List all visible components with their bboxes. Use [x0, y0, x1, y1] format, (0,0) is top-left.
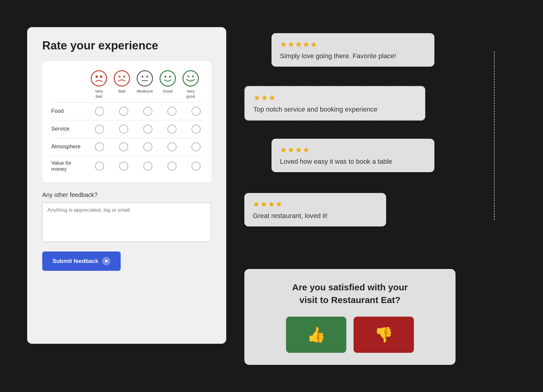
feedback-textarea[interactable] — [42, 203, 211, 242]
radio-atmosphere-5[interactable] — [192, 142, 201, 151]
radio-group-food — [87, 107, 208, 116]
radio-group-atmosphere — [87, 142, 208, 151]
review-stars-3: ★★★★ — [280, 145, 426, 155]
emoji-col-very-good: Verygood — [179, 70, 202, 99]
svg-point-9 — [146, 76, 148, 77]
satisfaction-title: Are you satisfied with yourvisit to Rest… — [259, 281, 440, 306]
rating-rows: Food Service — [51, 102, 202, 176]
review-text-1: Simply love going there. Favorite place! — [280, 52, 426, 60]
emoji-label-very-bad: Verybad — [95, 89, 103, 99]
rate-form: Rate your experience — [27, 27, 226, 344]
review-stars-2: ★★★ — [253, 93, 416, 103]
emoji-mediocre[interactable] — [137, 70, 153, 87]
feedback-section: Any other feedback? — [42, 191, 211, 243]
radio-food-5[interactable] — [192, 107, 201, 116]
radio-group-service — [87, 125, 208, 134]
emoji-col-very-bad: Verybad — [87, 70, 110, 99]
svg-point-11 — [164, 76, 166, 77]
emoji-very-good[interactable] — [183, 70, 199, 87]
thumbs-up-icon: 👍 — [307, 326, 325, 343]
radio-service-2[interactable] — [119, 125, 128, 134]
svg-point-6 — [119, 76, 120, 77]
review-stars-1: ★★★★★ — [280, 40, 426, 49]
dashed-line — [494, 51, 495, 220]
radio-food-4[interactable] — [167, 107, 176, 116]
thumbs-down-icon: 👎 — [374, 326, 393, 343]
radio-atmosphere-2[interactable] — [119, 142, 128, 151]
feedback-label: Any other feedback? — [42, 191, 211, 198]
submit-button[interactable]: Submit feedback ➤ — [42, 251, 121, 271]
submit-arrow-icon: ➤ — [102, 257, 110, 265]
radio-value-5[interactable] — [192, 162, 201, 171]
row-label-service: Service — [51, 126, 87, 132]
radio-service-3[interactable] — [143, 125, 152, 134]
svg-point-14 — [192, 75, 194, 77]
emoji-header: Verybad Bad — [87, 70, 202, 99]
emoji-very-bad[interactable] — [91, 70, 107, 87]
svg-point-8 — [141, 76, 143, 77]
radio-atmosphere-4[interactable] — [167, 142, 176, 151]
radio-service-5[interactable] — [192, 125, 201, 134]
emoji-col-good: Good — [156, 70, 179, 94]
row-label-atmosphere: Atmosphere — [51, 144, 87, 150]
submit-label: Submit feedback — [52, 258, 98, 264]
review-bubble-3: ★★★★ Loved how easy it was to book a tab… — [272, 139, 434, 172]
review-text-4: Great restaurant, loved it! — [253, 212, 378, 220]
emoji-label-mediocre: Mediocre — [137, 89, 153, 94]
row-atmosphere: Atmosphere — [51, 138, 202, 156]
radio-food-3[interactable] — [143, 107, 152, 116]
rating-section: Verybad Bad — [42, 61, 211, 182]
row-label-value: Value for money — [51, 160, 87, 172]
radio-food-2[interactable] — [119, 107, 128, 116]
row-service: Service — [51, 120, 202, 138]
row-value: Value for money — [51, 156, 202, 176]
review-stars-4: ★★★★ — [253, 200, 378, 209]
satisfaction-buttons: 👍 👎 — [259, 317, 440, 353]
radio-food-1[interactable] — [95, 107, 104, 116]
radio-service-4[interactable] — [167, 125, 176, 134]
radio-atmosphere-3[interactable] — [143, 142, 152, 151]
radio-value-2[interactable] — [119, 162, 128, 171]
svg-point-12 — [169, 76, 171, 77]
radio-group-value — [87, 162, 208, 171]
emoji-label-very-good: Verygood — [186, 89, 195, 99]
emoji-label-bad: Bad — [118, 89, 125, 94]
row-food: Food — [51, 102, 202, 120]
radio-value-3[interactable] — [143, 162, 152, 171]
review-bubble-4: ★★★★ Great restaurant, loved it! — [244, 193, 386, 226]
radio-value-1[interactable] — [95, 162, 104, 171]
svg-point-13 — [187, 75, 189, 77]
emoji-col-bad: Bad — [110, 70, 133, 94]
satisfaction-yes-button[interactable]: 👍 — [286, 317, 346, 353]
emoji-good[interactable] — [160, 70, 176, 87]
emoji-bad[interactable] — [114, 70, 130, 87]
review-bubble-1: ★★★★★ Simply love going there. Favorite … — [272, 33, 434, 67]
review-text-2: Top notch service and booking experience — [253, 106, 416, 113]
radio-atmosphere-1[interactable] — [95, 142, 104, 151]
emoji-col-mediocre: Mediocre — [133, 70, 156, 94]
right-panel: ★★★★★ Simply love going there. Favorite … — [244, 27, 516, 374]
emoji-label-good: Good — [163, 89, 173, 94]
review-text-3: Loved how easy it was to book a table — [280, 158, 426, 166]
radio-value-4[interactable] — [167, 162, 176, 171]
satisfaction-no-button[interactable]: 👎 — [354, 317, 414, 353]
satisfaction-card: Are you satisfied with yourvisit to Rest… — [244, 269, 456, 365]
row-label-food: Food — [51, 108, 87, 114]
radio-service-1[interactable] — [95, 125, 104, 134]
form-title: Rate your experience — [42, 39, 211, 52]
review-bubble-2: ★★★ Top notch service and booking experi… — [244, 86, 425, 121]
svg-point-7 — [123, 76, 125, 77]
